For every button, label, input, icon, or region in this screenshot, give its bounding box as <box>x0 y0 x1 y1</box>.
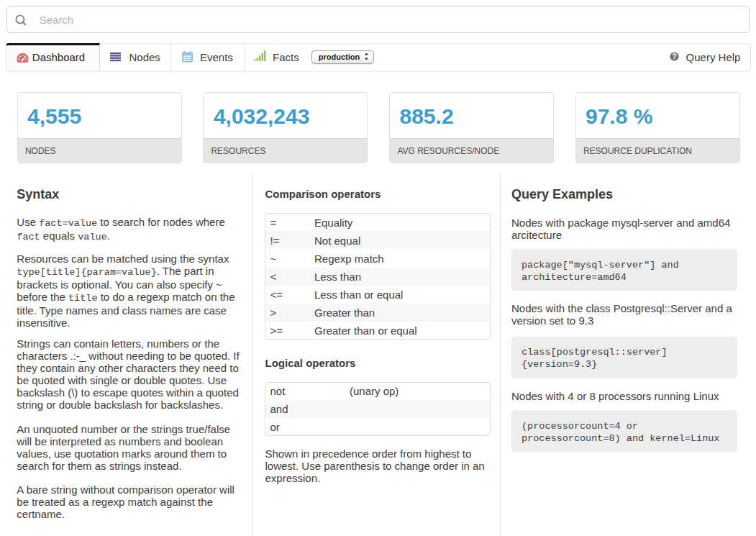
svg-text:?: ? <box>672 53 676 60</box>
